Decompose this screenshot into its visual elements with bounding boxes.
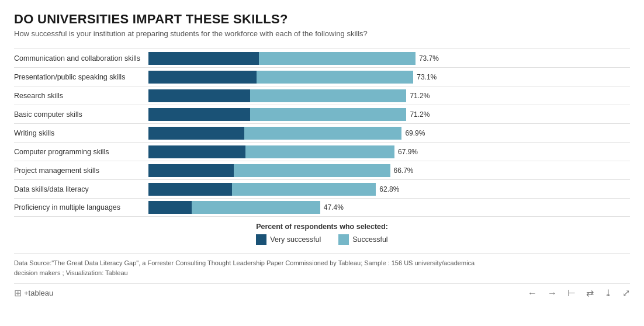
bar-light bbox=[244, 127, 401, 140]
bar-light bbox=[250, 108, 407, 121]
bar-dark bbox=[148, 145, 245, 158]
bar-container: 67.9% bbox=[148, 145, 630, 158]
bar-value: 66.7% bbox=[394, 167, 414, 175]
bar-value: 67.9% bbox=[398, 148, 418, 156]
bar-light bbox=[250, 89, 407, 102]
bottom-bar: ⊞ +tableau ←→⊢⇄⤓⤢ bbox=[14, 283, 630, 299]
download-icon[interactable]: ⤓ bbox=[604, 287, 612, 299]
tableau-logo-text: +tableau bbox=[24, 289, 53, 297]
expand-icon[interactable]: ⤢ bbox=[622, 287, 630, 299]
chart-area: Communication and collaboration skills73… bbox=[14, 48, 630, 217]
bar-track bbox=[148, 71, 413, 84]
bar-value: 62.8% bbox=[379, 185, 399, 193]
tableau-logo-icon: ⊞ bbox=[14, 287, 22, 299]
bar-track bbox=[148, 89, 406, 102]
bar-light bbox=[259, 52, 416, 65]
chart-row: Data skills/data literacy62.8% bbox=[14, 179, 630, 198]
page-subtitle: How successful is your institution at pr… bbox=[14, 29, 630, 38]
bar-value: 71.2% bbox=[410, 92, 430, 100]
bar-light bbox=[257, 71, 413, 84]
bar-container: 71.2% bbox=[148, 89, 630, 102]
bar-container: 73.7% bbox=[148, 52, 630, 65]
bar-light bbox=[245, 145, 394, 158]
bar-container: 66.7% bbox=[148, 164, 630, 177]
bar-value: 71.2% bbox=[410, 110, 430, 119]
row-label: Communication and collaboration skills bbox=[14, 54, 148, 63]
bar-dark bbox=[148, 127, 244, 140]
page-title: DO UNIVERSITIES IMPART THESE SKILLS? bbox=[14, 12, 630, 27]
row-label: Computer programming skills bbox=[14, 148, 148, 156]
row-label: Presentation/public speaking skills bbox=[14, 73, 148, 81]
bar-value: 73.7% bbox=[419, 54, 439, 63]
row-label: Research skills bbox=[14, 92, 148, 100]
forward-nav-icon[interactable]: → bbox=[548, 288, 557, 299]
bar-container: 69.9% bbox=[148, 127, 630, 140]
bar-container: 62.8% bbox=[148, 183, 630, 196]
chart-row: Presentation/public speaking skills73.1% bbox=[14, 67, 630, 86]
chart-row: Project management skills66.7% bbox=[14, 161, 630, 179]
legend-area: Percent of respondents who selected: Ver… bbox=[14, 223, 630, 245]
bar-container: 73.1% bbox=[148, 71, 630, 84]
back-nav-icon[interactable]: ← bbox=[528, 288, 537, 299]
chart-row: Computer programming skills67.9% bbox=[14, 142, 630, 161]
bar-value: 47.4% bbox=[324, 203, 344, 211]
tableau-logo: ⊞ +tableau bbox=[14, 287, 53, 299]
bar-container: 71.2% bbox=[148, 108, 630, 121]
legend-swatch bbox=[338, 234, 349, 245]
bar-track bbox=[148, 164, 390, 177]
chart-row: Basic computer skills71.2% bbox=[14, 105, 630, 123]
bar-dark bbox=[148, 89, 250, 102]
footer: Data Source:"The Great Data Literacy Gap… bbox=[14, 253, 630, 278]
legend-label: Very successful bbox=[270, 235, 321, 244]
row-label: Proficiency in multiple languages bbox=[14, 203, 148, 211]
first-nav-icon[interactable]: ⊢ bbox=[567, 287, 576, 299]
bar-dark bbox=[148, 108, 250, 121]
legend-item: Very successful bbox=[256, 234, 321, 245]
bar-light bbox=[232, 183, 376, 196]
bar-track bbox=[148, 201, 320, 214]
bar-track bbox=[148, 52, 416, 65]
bar-dark bbox=[148, 201, 192, 214]
chart-row: Proficiency in multiple languages47.4% bbox=[14, 198, 630, 217]
bar-track bbox=[148, 108, 406, 121]
legend-label: Successful bbox=[352, 235, 387, 244]
row-label: Basic computer skills bbox=[14, 110, 148, 119]
bar-dark bbox=[148, 164, 234, 177]
legend-items: Very successfulSuccessful bbox=[14, 234, 630, 245]
chart-row: Writing skills69.9% bbox=[14, 123, 630, 142]
bar-dark bbox=[148, 52, 259, 65]
bar-light bbox=[234, 164, 390, 177]
chart-row: Research skills71.2% bbox=[14, 86, 630, 105]
bar-track bbox=[148, 127, 401, 140]
legend-title: Percent of respondents who selected: bbox=[14, 223, 630, 231]
share-icon[interactable]: ⇄ bbox=[586, 287, 594, 299]
bar-dark bbox=[148, 71, 257, 84]
bar-track bbox=[148, 145, 394, 158]
legend-item: Successful bbox=[338, 234, 387, 245]
bar-value: 69.9% bbox=[405, 129, 425, 137]
chart-row: Communication and collaboration skills73… bbox=[14, 48, 630, 67]
row-label: Data skills/data literacy bbox=[14, 185, 148, 193]
legend-swatch bbox=[256, 234, 266, 245]
bar-track bbox=[148, 183, 376, 196]
bar-dark bbox=[148, 183, 232, 196]
bar-container: 47.4% bbox=[148, 201, 630, 214]
bar-value: 73.1% bbox=[417, 73, 437, 81]
nav-icons[interactable]: ←→⊢⇄⤓⤢ bbox=[528, 287, 630, 299]
row-label: Project management skills bbox=[14, 167, 148, 175]
bar-light bbox=[192, 201, 320, 214]
row-label: Writing skills bbox=[14, 129, 148, 137]
